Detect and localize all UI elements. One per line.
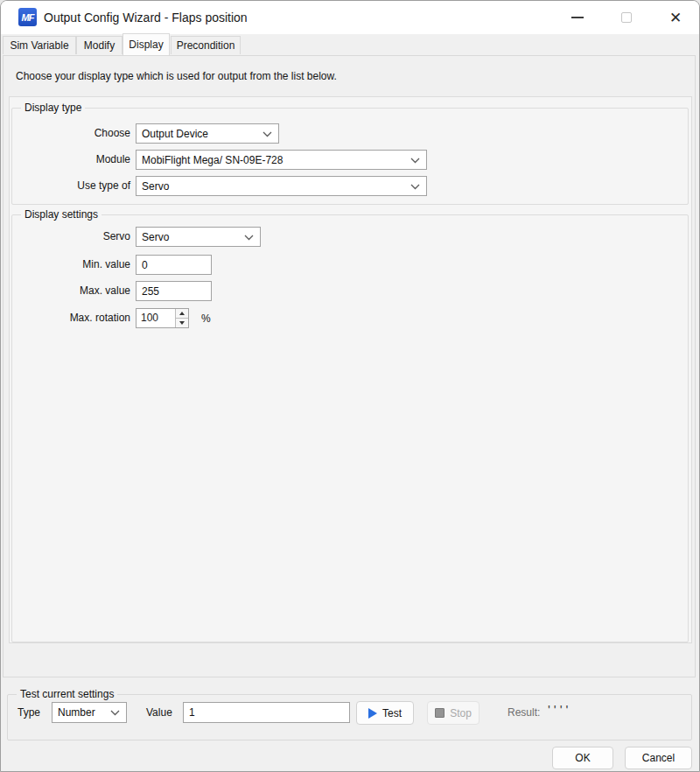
maximize-button (612, 4, 640, 32)
result-value: '''' (548, 702, 571, 717)
arrow-up-icon (179, 312, 185, 315)
tab-precondition[interactable]: Precondition (171, 36, 241, 54)
play-icon (368, 708, 377, 719)
output-config-wizard-window: MF Output Config Wizard - Flaps position… (0, 0, 700, 772)
stepper-down-button[interactable] (176, 318, 188, 327)
servo-combobox[interactable]: Servo (136, 227, 261, 247)
display-settings-groupbox: Display settings Servo Servo Min. value … (11, 214, 689, 642)
close-icon: ✕ (669, 11, 682, 25)
max-rotation-stepper[interactable]: 100 (136, 308, 189, 328)
test-current-settings-groupbox: Test current settings Type Number Value … (7, 694, 692, 740)
minimize-icon (571, 17, 584, 18)
min-value-label: Min. value (28, 258, 130, 270)
test-type-combobox[interactable]: Number (52, 702, 127, 723)
module-label: Module (28, 153, 130, 165)
min-value-input[interactable] (136, 255, 212, 275)
test-type-combobox-value: Number (58, 706, 95, 719)
chevron-down-icon (410, 158, 420, 164)
tab-display[interactable]: Display (122, 33, 170, 55)
stop-icon (435, 708, 444, 718)
stop-button: Stop (427, 701, 480, 725)
window-title: Output Config Wizard - Flaps position (44, 11, 248, 25)
servo-label: Servo (28, 230, 130, 242)
max-value-input[interactable] (136, 281, 212, 301)
max-value-label: Max. value (28, 284, 130, 297)
titlebar: MF Output Config Wizard - Flaps position… (1, 1, 699, 34)
tabstrip: Sim Variable Modify Display Precondition (1, 33, 699, 55)
use-type-of-combobox-value: Servo (142, 180, 169, 193)
test-group-title: Test current settings (17, 688, 117, 700)
module-combobox[interactable]: MobiFlight Mega/ SN-09E-728 (136, 150, 427, 170)
module-combobox-value: MobiFlight Mega/ SN-09E-728 (142, 154, 283, 166)
test-button[interactable]: Test (356, 701, 414, 725)
stepper-buttons (175, 309, 188, 327)
display-description: Choose your display type which is used f… (16, 70, 337, 82)
display-type-groupbox: Display type Choose Output Device Module… (11, 108, 689, 205)
use-type-of-combobox[interactable]: Servo (136, 176, 427, 196)
arrow-down-icon (179, 321, 185, 325)
value-label: Value (146, 706, 172, 719)
stop-button-label: Stop (450, 707, 472, 719)
mobiflight-app-icon: MF (18, 8, 37, 26)
display-settings-panel: Display type Choose Output Device Module… (9, 96, 692, 643)
ok-button[interactable]: OK (552, 747, 613, 769)
tab-sim-variable[interactable]: Sim Variable (3, 36, 76, 54)
close-button[interactable]: ✕ (662, 4, 690, 32)
max-rotation-value: 100 (136, 309, 175, 327)
display-tab-page: Choose your display type which is used f… (3, 55, 696, 677)
chevron-down-icon (110, 710, 120, 716)
test-button-label: Test (382, 707, 402, 719)
cancel-button[interactable]: Cancel (625, 747, 692, 769)
tab-modify[interactable]: Modify (76, 36, 122, 54)
result-label: Result: (508, 706, 540, 719)
chevron-down-icon (410, 184, 420, 190)
type-label: Type (18, 706, 40, 719)
maximize-icon (621, 12, 632, 23)
test-value-input[interactable] (183, 702, 350, 723)
stepper-up-button[interactable] (176, 309, 188, 318)
display-type-group-title: Display type (21, 102, 85, 114)
chevron-down-icon (244, 235, 254, 241)
choose-label: Choose (28, 127, 130, 139)
minimize-button[interactable] (564, 4, 592, 32)
chevron-down-icon (262, 131, 272, 137)
display-settings-group-title: Display settings (21, 208, 102, 221)
use-type-of-label: Use type of (28, 179, 130, 192)
servo-combobox-value: Servo (142, 231, 169, 243)
max-rotation-label: Max. rotation (28, 312, 130, 324)
max-rotation-unit: % (201, 312, 211, 325)
choose-combobox-value: Output Device (142, 128, 208, 140)
choose-combobox[interactable]: Output Device (136, 123, 279, 144)
